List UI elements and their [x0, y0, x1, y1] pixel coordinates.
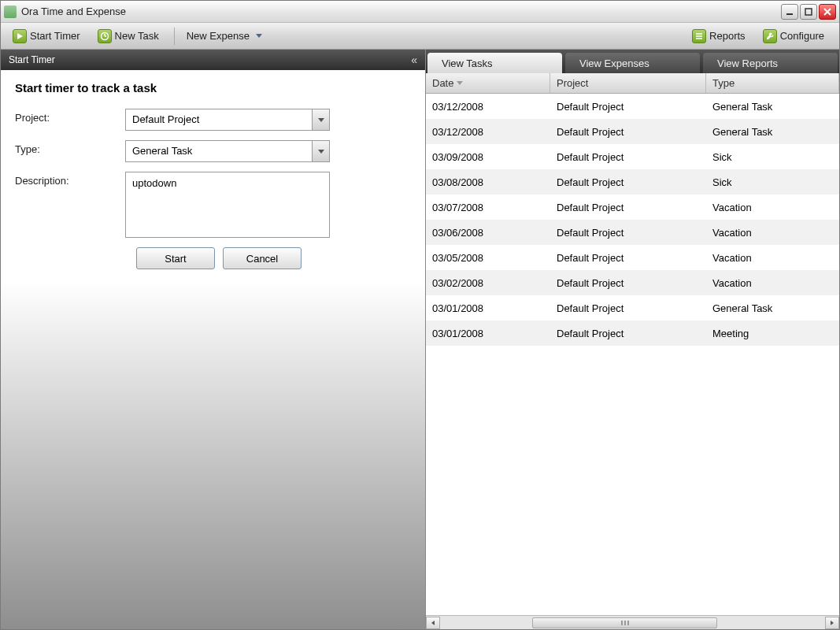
maximize-button[interactable] — [800, 4, 817, 20]
clock-icon — [98, 29, 112, 43]
horizontal-scrollbar[interactable] — [426, 615, 839, 629]
reports-button[interactable]: Reports — [685, 26, 753, 46]
description-label: Description: — [15, 172, 125, 187]
svg-rect-1 — [805, 9, 812, 15]
cell-type: Vacation — [706, 277, 839, 289]
table-row[interactable]: 03/09/2008Default ProjectSick — [426, 144, 839, 169]
description-input[interactable] — [125, 172, 330, 238]
type-select[interactable]: General Task — [125, 140, 330, 162]
toolbar-separator — [174, 28, 175, 45]
cell-type: Meeting — [706, 328, 839, 339]
cell-project: Default Project — [550, 126, 706, 138]
scroll-right-button[interactable] — [825, 617, 839, 629]
form-buttons: Start Cancel — [136, 247, 411, 269]
minimize-button[interactable] — [781, 4, 798, 20]
cell-project: Default Project — [550, 277, 706, 289]
configure-label: Configure — [780, 30, 824, 42]
cell-project: Default Project — [550, 227, 706, 239]
window-buttons — [781, 4, 836, 20]
cell-project: Default Project — [550, 252, 706, 264]
column-date-label: Date — [432, 77, 453, 89]
table-row[interactable]: 03/12/2008Default ProjectGeneral Task — [426, 119, 839, 144]
cell-type: Sick — [706, 176, 839, 188]
description-row: Description: — [15, 172, 411, 238]
svg-marker-12 — [831, 621, 834, 625]
project-dropdown-button[interactable] — [312, 109, 329, 130]
wrench-icon — [763, 29, 777, 43]
content-area: Start Timer « Start timer to track a tas… — [1, 50, 839, 629]
cell-project: Default Project — [550, 151, 706, 163]
new-task-button[interactable]: New Task — [91, 26, 166, 46]
panel-title: Start timer to track a task — [15, 81, 411, 94]
play-icon — [13, 29, 27, 43]
type-row: Type: General Task — [15, 140, 411, 162]
collapse-panel-button[interactable]: « — [411, 54, 417, 66]
table-row[interactable]: 03/05/2008Default ProjectVacation — [426, 245, 839, 270]
panel-body: Start timer to track a task Project: Def… — [1, 70, 425, 280]
configure-button[interactable]: Configure — [756, 26, 831, 46]
chevron-down-icon — [318, 118, 324, 122]
list-icon — [692, 29, 706, 43]
cell-project: Default Project — [550, 101, 706, 113]
cell-date: 03/12/2008 — [426, 126, 550, 138]
table-row[interactable]: 03/01/2008Default ProjectGeneral Task — [426, 295, 839, 321]
cell-date: 03/06/2008 — [426, 227, 550, 239]
left-panel: Start Timer « Start timer to track a tas… — [1, 50, 426, 629]
new-expense-button[interactable]: New Expense — [179, 27, 269, 45]
tab-view-expenses[interactable]: View Expenses — [565, 53, 700, 73]
table-row[interactable]: 03/02/2008Default ProjectVacation — [426, 270, 839, 295]
grid-body: 03/12/2008Default ProjectGeneral Task03/… — [426, 94, 839, 615]
type-label: Type: — [15, 140, 125, 155]
start-timer-label: Start Timer — [30, 30, 80, 42]
close-button[interactable] — [819, 4, 836, 20]
column-project[interactable]: Project — [550, 73, 706, 93]
cell-type: Vacation — [706, 252, 839, 264]
table-row[interactable]: 03/01/2008Default ProjectMeeting — [426, 321, 839, 346]
type-value: General Task — [126, 141, 312, 161]
cell-type: Vacation — [706, 202, 839, 213]
reports-label: Reports — [709, 30, 746, 42]
cell-type: Sick — [706, 151, 839, 163]
tab-view-reports[interactable]: View Reports — [703, 53, 838, 73]
type-dropdown-button[interactable] — [312, 141, 329, 161]
scrollbar-thumb[interactable] — [532, 617, 717, 628]
chevron-down-icon — [318, 150, 324, 154]
cell-date: 03/02/2008 — [426, 277, 550, 289]
svg-marker-4 — [17, 33, 23, 39]
column-type[interactable]: Type — [706, 73, 839, 93]
start-timer-button[interactable]: Start Timer — [6, 26, 87, 46]
cell-date: 03/12/2008 — [426, 101, 550, 113]
project-label: Project: — [15, 109, 125, 124]
app-icon — [4, 6, 17, 18]
sort-desc-icon — [457, 81, 463, 85]
project-row: Project: Default Project — [15, 109, 411, 131]
project-value: Default Project — [126, 109, 312, 130]
table-row[interactable]: 03/12/2008Default ProjectGeneral Task — [426, 94, 839, 119]
scroll-left-button[interactable] — [426, 617, 440, 629]
cell-type: Vacation — [706, 227, 839, 239]
tab-view-tasks[interactable]: View Tasks — [427, 53, 562, 73]
project-select[interactable]: Default Project — [125, 109, 330, 131]
cell-date: 03/09/2008 — [426, 151, 550, 163]
titlebar: Ora Time and Expense — [1, 1, 839, 23]
new-task-label: New Task — [115, 30, 159, 42]
app-window: Ora Time and Expense Start Timer New Tas… — [0, 0, 840, 630]
panel-header: Start Timer « — [1, 50, 425, 70]
cancel-button[interactable]: Cancel — [223, 247, 302, 269]
window-title: Ora Time and Expense — [21, 6, 781, 17]
start-button[interactable]: Start — [136, 247, 215, 269]
svg-marker-11 — [431, 621, 435, 625]
cell-project: Default Project — [550, 202, 706, 213]
table-row[interactable]: 03/06/2008Default ProjectVacation — [426, 220, 839, 245]
cell-project: Default Project — [550, 176, 706, 188]
scrollbar-track[interactable] — [440, 617, 825, 629]
toolbar: Start Timer New Task New Expense Reports… — [1, 23, 839, 50]
column-date[interactable]: Date — [426, 73, 550, 93]
table-row[interactable]: 03/07/2008Default ProjectVacation — [426, 195, 839, 220]
table-row[interactable]: 03/08/2008Default ProjectSick — [426, 169, 839, 195]
new-expense-label: New Expense — [187, 30, 250, 42]
cell-date: 03/07/2008 — [426, 202, 550, 213]
panel-header-title: Start Timer — [9, 54, 55, 65]
dropdown-arrow-icon — [256, 34, 262, 38]
cell-project: Default Project — [550, 328, 706, 339]
